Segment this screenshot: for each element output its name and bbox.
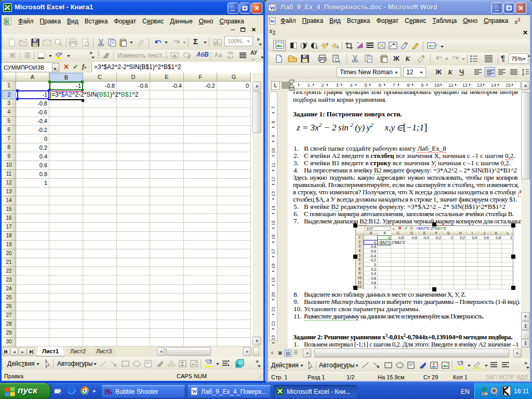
svg-text:W: W bbox=[270, 5, 275, 11]
svg-text:W: W bbox=[270, 19, 275, 24]
svg-text:W: W bbox=[192, 389, 197, 394]
svg-text:S: S bbox=[108, 389, 112, 396]
